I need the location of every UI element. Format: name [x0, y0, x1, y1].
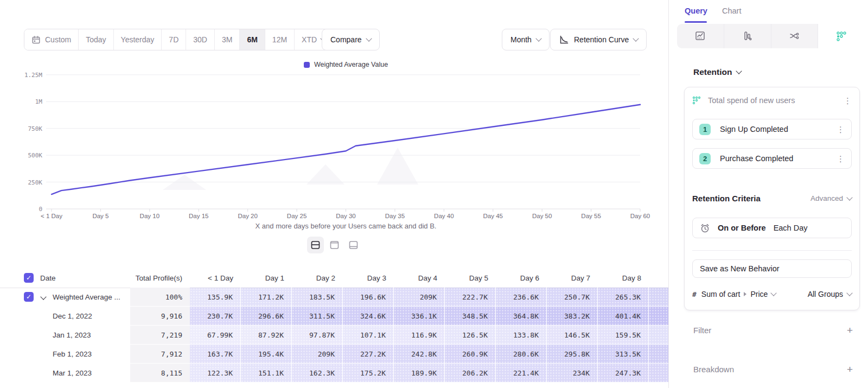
behavior-step-2[interactable]: 2Purchase Completed⋮	[692, 148, 852, 169]
retention-value-cell[interactable]: 135.9K	[190, 288, 241, 307]
retention-value-cell-clipped[interactable]	[649, 326, 668, 345]
retention-value-cell[interactable]: 133.8K	[496, 326, 547, 345]
table-row[interactable]: Feb 1, 20237,912163.7K195.4K209K227.2K24…	[0, 345, 668, 364]
retention-value-cell[interactable]: 383.2K	[547, 307, 598, 326]
retention-value-cell[interactable]: 364.8K	[496, 307, 547, 326]
kebab-menu-icon[interactable]: ⋮	[837, 155, 845, 163]
retention-value-cell-clipped[interactable]	[649, 288, 668, 307]
criteria-mode-dropdown[interactable]: Advanced	[810, 194, 852, 202]
retention-value-cell[interactable]: 260.9K	[445, 345, 496, 364]
add-breakdown-button[interactable]: +	[847, 364, 853, 374]
retention-value-cell[interactable]: 206.2K	[445, 364, 496, 383]
flows-icon[interactable]	[771, 24, 819, 48]
retention-value-cell[interactable]: 265.3K	[598, 288, 649, 307]
retention-value-cell[interactable]: 162.3K	[292, 364, 343, 383]
range-button-6m[interactable]: 6M	[240, 29, 265, 50]
retention-value-cell[interactable]: 97.87K	[292, 326, 343, 345]
retention-value-cell[interactable]: 122.3K	[190, 364, 241, 383]
tab-query[interactable]: Query	[685, 7, 707, 15]
retention-grid-icon[interactable]	[818, 24, 865, 48]
retention-value-cell[interactable]: 196.6K	[343, 288, 394, 307]
retention-value-cell[interactable]: 151.1K	[241, 364, 292, 383]
retention-value-cell[interactable]: 311.5K	[292, 307, 343, 326]
retention-value-cell[interactable]: 236.6K	[496, 288, 547, 307]
retention-value-cell[interactable]: 209K	[292, 345, 343, 364]
criteria-condition-row[interactable]: On or Before Each Day	[692, 218, 852, 238]
range-button-7d[interactable]: 7D	[162, 29, 186, 50]
table-only-view-button[interactable]	[345, 237, 362, 253]
criteria-unit-label[interactable]: Each Day	[774, 224, 808, 232]
kebab-menu-icon[interactable]: ⋮	[844, 97, 852, 105]
retention-value-cell[interactable]: 227.2K	[343, 345, 394, 364]
tab-chart[interactable]: Chart	[722, 7, 741, 15]
retention-value-cell[interactable]: 280.6K	[496, 345, 547, 364]
retention-value-cell[interactable]: 67.99K	[190, 326, 241, 345]
retention-value-cell-clipped[interactable]	[649, 307, 668, 326]
column-header-day-2[interactable]: Day 2	[292, 268, 343, 288]
retention-value-cell[interactable]: 159.5K	[598, 326, 649, 345]
column-header--1-day[interactable]: < 1 Day	[190, 268, 241, 288]
retention-value-cell[interactable]: 234K	[547, 364, 598, 383]
table-row[interactable]: Dec 1, 20229,916230.7K296.6K311.5K324.6K…	[0, 307, 668, 326]
retention-value-cell[interactable]: 313.5K	[598, 345, 649, 364]
retention-value-cell[interactable]: 171.2K	[241, 288, 292, 307]
report-type-dropdown[interactable]: Retention	[693, 67, 741, 77]
range-button-custom[interactable]: Custom	[24, 29, 79, 50]
range-button-3m[interactable]: 3M	[215, 29, 240, 50]
retention-value-cell[interactable]: 336.1K	[394, 307, 445, 326]
compare-button[interactable]: Compare	[322, 29, 380, 50]
retention-value-cell[interactable]: 247.3K	[598, 364, 649, 383]
retention-value-cell[interactable]: 295.8K	[547, 345, 598, 364]
column-header-day-4[interactable]: Day 4	[394, 268, 445, 288]
retention-value-cell[interactable]: 189.9K	[394, 364, 445, 383]
retention-value-cell[interactable]: 348.5K	[445, 307, 496, 326]
retention-value-cell[interactable]: 163.7K	[190, 345, 241, 364]
column-header-day-7[interactable]: Day 7	[547, 268, 598, 288]
retention-value-cell[interactable]: 116.9K	[394, 326, 445, 345]
column-header-day-5[interactable]: Day 5	[445, 268, 496, 288]
groups-dropdown[interactable]: All Groups	[808, 290, 852, 298]
retention-value-cell[interactable]: 222.7K	[445, 288, 496, 307]
retention-value-cell[interactable]: 195.4K	[241, 345, 292, 364]
column-header-total-profiles[interactable]: Total Profile(s)	[130, 268, 190, 288]
retention-curve-chart[interactable]: 0250K500K750K1M1.25M< 1 DayDay 5Day 10Da…	[0, 54, 668, 228]
range-button-12m[interactable]: 12M	[265, 29, 295, 50]
table-row[interactable]: Jan 1, 20237,21967.99K87.92K97.87K107.1K…	[0, 326, 668, 345]
table-row[interactable]: Mar 1, 20238,115122.3K151.1K162.3K175.2K…	[0, 364, 668, 383]
column-header-day-8[interactable]: Day 8	[598, 268, 649, 288]
retention-value-cell[interactable]: 146.5K	[547, 326, 598, 345]
add-filter-button[interactable]: +	[847, 325, 853, 335]
retention-value-cell[interactable]: 242.8K	[394, 345, 445, 364]
range-button-30d[interactable]: 30D	[186, 29, 215, 50]
retention-value-cell-clipped[interactable]	[649, 345, 668, 364]
retention-value-cell[interactable]: 296.6K	[241, 307, 292, 326]
retention-value-cell[interactable]: 87.92K	[241, 326, 292, 345]
retention-value-cell[interactable]: 221.4K	[496, 364, 547, 383]
retention-value-cell[interactable]: 324.6K	[343, 307, 394, 326]
insights-chart-icon[interactable]	[677, 24, 724, 48]
retention-value-cell[interactable]: 209K	[394, 288, 445, 307]
column-header-date[interactable]: Date	[0, 268, 130, 288]
column-header-day-1[interactable]: Day 1	[241, 268, 292, 288]
retention-value-cell-clipped[interactable]	[649, 364, 668, 383]
retention-value-cell[interactable]: 401.4K	[598, 307, 649, 326]
retention-value-cell[interactable]: 230.7K	[190, 307, 241, 326]
save-as-new-behavior-button[interactable]: Save as New Behavior	[692, 259, 852, 278]
bar-chart-icon[interactable]	[724, 24, 771, 48]
granularity-button[interactable]: Month	[502, 29, 550, 50]
column-header-day-3[interactable]: Day 3	[343, 268, 394, 288]
chart-only-view-button[interactable]	[326, 237, 343, 253]
retention-value-cell[interactable]: 175.2K	[343, 364, 394, 383]
measure-dropdown[interactable]: Sum of cart Price	[701, 290, 776, 298]
column-header-day-6[interactable]: Day 6	[496, 268, 547, 288]
retention-value-cell[interactable]: 126.5K	[445, 326, 496, 345]
split-view-button[interactable]	[307, 237, 324, 253]
retention-value-cell[interactable]: 250.7K	[547, 288, 598, 307]
range-button-yesterday[interactable]: Yesterday	[114, 29, 162, 50]
retention-line-series[interactable]	[52, 105, 640, 194]
table-row[interactable]: ✓Weighted Average ...100%135.9K171.2K183…	[0, 288, 668, 307]
kebab-menu-icon[interactable]: ⋮	[837, 125, 845, 133]
retention-value-cell[interactable]: 183.5K	[292, 288, 343, 307]
behavior-step-1[interactable]: 1Sign Up Completed⋮	[692, 119, 852, 139]
range-button-today[interactable]: Today	[79, 29, 113, 50]
